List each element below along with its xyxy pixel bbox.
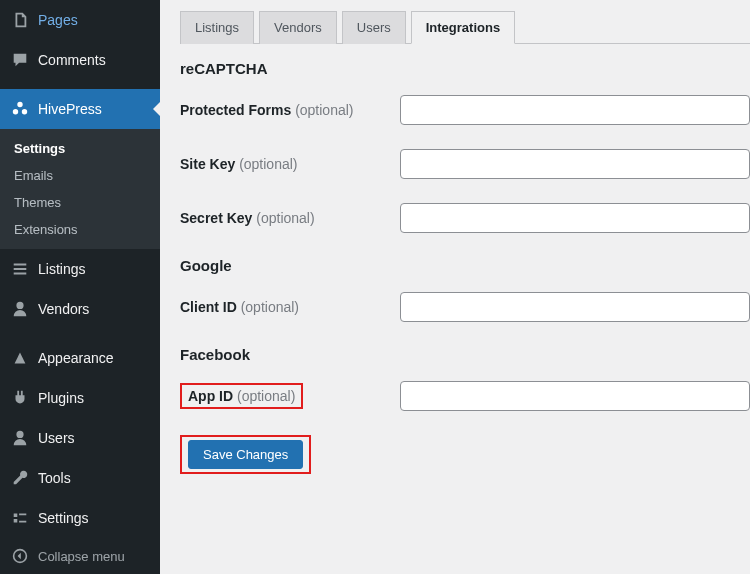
submenu-item-themes[interactable]: Themes bbox=[0, 189, 160, 216]
field-label: Secret Key (optional) bbox=[180, 210, 400, 226]
field-label: App ID (optional) bbox=[180, 383, 400, 409]
plugins-icon bbox=[10, 388, 30, 408]
save-row: Save Changes bbox=[180, 435, 750, 474]
collapse-label: Collapse menu bbox=[38, 549, 125, 564]
admin-sidebar: Pages Comments HivePress Settings Emails… bbox=[0, 0, 160, 574]
sidebar-item-pages[interactable]: Pages bbox=[0, 0, 160, 40]
tab-users[interactable]: Users bbox=[342, 11, 406, 44]
sidebar-item-vendors[interactable]: Vendors bbox=[0, 289, 160, 329]
field-protected-forms: Protected Forms (optional) bbox=[180, 95, 750, 125]
field-secret-key: Secret Key (optional) bbox=[180, 203, 750, 233]
field-label: Client ID (optional) bbox=[180, 299, 400, 315]
highlight-box: App ID (optional) bbox=[180, 383, 303, 409]
submenu-item-extensions[interactable]: Extensions bbox=[0, 216, 160, 243]
users-icon bbox=[10, 428, 30, 448]
protected-forms-input[interactable] bbox=[400, 95, 750, 125]
field-label: Protected Forms (optional) bbox=[180, 102, 400, 118]
sidebar-item-label: HivePress bbox=[38, 101, 102, 117]
sidebar-item-label: Users bbox=[38, 430, 75, 446]
hivepress-icon bbox=[10, 99, 30, 119]
hivepress-submenu: Settings Emails Themes Extensions bbox=[0, 129, 160, 249]
field-site-key: Site Key (optional) bbox=[180, 149, 750, 179]
section-google: Google bbox=[180, 257, 750, 274]
sidebar-item-label: Tools bbox=[38, 470, 71, 486]
settings-icon bbox=[10, 508, 30, 528]
secret-key-input[interactable] bbox=[400, 203, 750, 233]
sidebar-item-label: Comments bbox=[38, 52, 106, 68]
sidebar-item-label: Pages bbox=[38, 12, 78, 28]
submenu-item-emails[interactable]: Emails bbox=[0, 162, 160, 189]
appearance-icon bbox=[10, 348, 30, 368]
sidebar-item-hivepress[interactable]: HivePress bbox=[0, 89, 160, 129]
sidebar-item-label: Listings bbox=[38, 261, 85, 277]
sidebar-item-listings[interactable]: Listings bbox=[0, 249, 160, 289]
sidebar-item-label: Appearance bbox=[38, 350, 114, 366]
field-app-id: App ID (optional) bbox=[180, 381, 750, 411]
section-facebook: Facebook bbox=[180, 346, 750, 363]
comments-icon bbox=[10, 50, 30, 70]
tab-integrations[interactable]: Integrations bbox=[411, 11, 515, 44]
site-key-input[interactable] bbox=[400, 149, 750, 179]
sidebar-item-plugins[interactable]: Plugins bbox=[0, 378, 160, 418]
highlight-box: Save Changes bbox=[180, 435, 311, 474]
app-id-input[interactable] bbox=[400, 381, 750, 411]
settings-tabs: Listings Vendors Users Integrations bbox=[180, 10, 750, 44]
tab-vendors[interactable]: Vendors bbox=[259, 11, 337, 44]
sidebar-item-label: Plugins bbox=[38, 390, 84, 406]
tools-icon bbox=[10, 468, 30, 488]
sidebar-item-comments[interactable]: Comments bbox=[0, 40, 160, 80]
collapse-icon bbox=[10, 546, 30, 566]
sidebar-item-users[interactable]: Users bbox=[0, 418, 160, 458]
sidebar-item-tools[interactable]: Tools bbox=[0, 458, 160, 498]
sidebar-item-label: Settings bbox=[38, 510, 89, 526]
sidebar-item-appearance[interactable]: Appearance bbox=[0, 338, 160, 378]
client-id-input[interactable] bbox=[400, 292, 750, 322]
listings-icon bbox=[10, 259, 30, 279]
submenu-item-settings[interactable]: Settings bbox=[0, 135, 160, 162]
main-content: Listings Vendors Users Integrations reCA… bbox=[160, 0, 750, 574]
sidebar-item-label: Vendors bbox=[38, 301, 89, 317]
field-client-id: Client ID (optional) bbox=[180, 292, 750, 322]
field-label: Site Key (optional) bbox=[180, 156, 400, 172]
pages-icon bbox=[10, 10, 30, 30]
save-changes-button[interactable]: Save Changes bbox=[188, 440, 303, 469]
collapse-menu-button[interactable]: Collapse menu bbox=[0, 538, 160, 574]
tab-listings[interactable]: Listings bbox=[180, 11, 254, 44]
sidebar-item-settings[interactable]: Settings bbox=[0, 498, 160, 538]
vendors-icon bbox=[10, 299, 30, 319]
section-recaptcha: reCAPTCHA bbox=[180, 60, 750, 77]
